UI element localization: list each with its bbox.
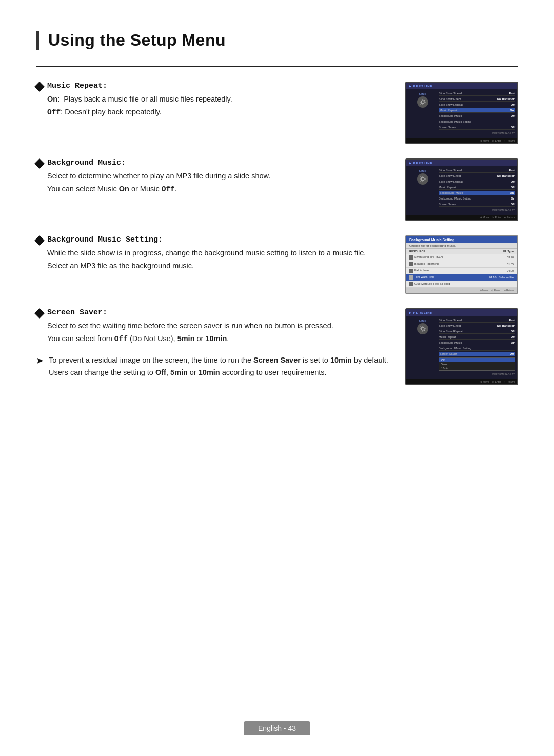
section-title-screen-saver: Screen Saver: — [47, 308, 107, 317]
arrow-icon: ➤ — [36, 355, 44, 366]
mock-row-1-1: Slide Show SpeedFast — [439, 91, 515, 96]
mock-row-3-5: Background MusicOn — [439, 341, 515, 345]
mock-logo-3: ▶ PERSLINK — [409, 311, 433, 314]
mock-left-3: Setup — [408, 318, 437, 377]
mock-left-2: Setup — [408, 168, 437, 213]
section-screen-saver: Screen Saver: Select to set the waiting … — [36, 308, 518, 385]
footer-return-2: ↩ Return — [504, 216, 515, 219]
section-title-bg-music: Background Music: — [47, 158, 126, 167]
gear-icon-3 — [419, 325, 426, 332]
screen-saver-line2: You can select from Off (Do Not Use), 5m… — [47, 333, 393, 345]
mock-row-3-6: Background Music Setting — [439, 346, 515, 351]
bg-file-row-2: Beatbox Patterning 01:35 — [406, 261, 517, 268]
mock-logo-2: ▶ PERSLINK — [409, 161, 433, 165]
section-music-repeat: Music Repeat: On: Plays back a music fil… — [36, 82, 518, 144]
section-text-music-repeat: Music Repeat: On: Plays back a music fil… — [36, 82, 393, 120]
bg-music-line1: Select to determine whether to play an M… — [47, 170, 393, 182]
bg-file-2: Beatbox Patterning — [409, 262, 439, 266]
mock-version-2: VERSION PAGE 15 — [439, 208, 515, 213]
footer-badge: English - 43 — [244, 721, 310, 735]
setup-screen-1: ▶ PERSLINK Setup — [405, 82, 518, 144]
section-bg-music-setting: Background Music Setting: While the slid… — [36, 235, 518, 294]
mock-setup-label-2: Setup — [419, 169, 426, 172]
footer-return-1: ↩ Return — [504, 139, 515, 142]
screen-mock-4: ▶ PERSLINK Setup — [405, 308, 518, 385]
saver-opt-10min: 10min — [439, 366, 515, 370]
bg-file-row-3: Fall in Love 04:00 — [406, 268, 517, 274]
bg-duration-4: 04:10 Selected file — [489, 276, 514, 279]
mock-header-2: ▶ PERSLINK — [406, 160, 517, 166]
mock-body-2: Setup Slide Show SpeedFast Slide Show Ef… — [406, 166, 517, 215]
mock-row-2-6: Background Music SettingOn — [439, 196, 515, 201]
bg-duration-1: 03:40 — [507, 256, 514, 259]
diamond-icon-4 — [34, 308, 45, 319]
off-music-code: Off — [162, 185, 175, 193]
bg-file-5: Glue Marquee-Feel So good — [409, 282, 450, 286]
section-heading-music-repeat: Music Repeat: — [36, 82, 393, 90]
mock-right-3: Slide Show SpeedFast Slide Show EffectNo… — [439, 318, 515, 377]
mock-row-3-2: Slide Show EffectNo Transition — [439, 324, 515, 328]
diamond-icon — [34, 82, 45, 92]
mock-row-2-3: Slide Show RepeatOff — [439, 180, 515, 184]
col-resource: RESOURCE — [409, 250, 425, 253]
mock-row-1-7: Screen SaverOff — [439, 125, 515, 130]
screen-mock-2: ▶ PERSLINK Setup — [405, 158, 518, 221]
mock-row-1-3: Slide Show RepeatOff — [439, 103, 515, 107]
section-body-screen-saver: Select to set the waiting time before th… — [47, 320, 393, 345]
bg-file-4: Tom Waits-Time — [409, 275, 434, 280]
off-code: Off — [47, 108, 61, 116]
off-saver-code: Off — [114, 335, 128, 343]
mock-version-1: VERSION PAGE 15 — [439, 131, 515, 136]
mock-row-1-6: Background Music Setting — [439, 120, 515, 124]
gear-icon-2 — [419, 175, 426, 183]
mock-row-2-1: Slide Show SpeedFast — [439, 168, 515, 173]
mock-row-3-4: Music RepeatOff — [439, 335, 515, 340]
section-text-bg-setting: Background Music Setting: While the slid… — [36, 235, 393, 273]
diamond-icon-2 — [34, 158, 45, 169]
svg-point-2 — [421, 327, 424, 330]
col-eltype: EL Type — [503, 250, 514, 253]
section-background-music: Background Music: Select to determine wh… — [36, 158, 518, 221]
bg-file-1: Swan Song bird TSEN — [409, 255, 443, 260]
screen-mock-3: Background Music Setting Choose file for… — [405, 235, 518, 294]
section-heading-bg-music: Background Music: — [36, 158, 393, 167]
mock-right-2: Slide Show SpeedFast Slide Show EffectNo… — [439, 168, 515, 213]
content-area: Music Repeat: On: Plays back a music fil… — [36, 82, 518, 400]
mock-left-1: Setup — [408, 91, 437, 136]
bg-file-3: Fall in Love — [409, 269, 429, 273]
section-text-bg-music: Background Music: Select to determine wh… — [36, 158, 393, 196]
page: Using the Setup Menu Music Repeat: On: P… — [0, 0, 554, 756]
on-music-label: On — [119, 185, 129, 193]
footer-enter-3: ⊙ Enter — [492, 380, 501, 383]
title-divider — [36, 66, 518, 67]
svg-point-1 — [421, 177, 424, 181]
section-title-music-repeat: Music Repeat: — [47, 82, 107, 90]
diamond-icon-3 — [34, 235, 45, 246]
bg-setting-header: Background Music Setting — [406, 236, 517, 243]
bg-footer-return: ↩ Return — [504, 289, 514, 292]
section-heading-screen-saver: Screen Saver: — [36, 308, 393, 317]
section-heading-bg-setting: Background Music Setting: — [36, 235, 393, 244]
footer-enter-1: ⊙ Enter — [492, 139, 501, 142]
gear-icon-1 — [419, 98, 426, 106]
section-body-bg-music: Select to determine whether to play an M… — [47, 170, 393, 195]
section-text-screen-saver: Screen Saver: Select to set the waiting … — [36, 308, 393, 379]
note-5min-bold: 5min — [170, 368, 188, 376]
setup-screen-2: ▶ PERSLINK Setup — [405, 158, 518, 221]
section-title-bg-setting: Background Music Setting: — [47, 235, 163, 244]
setup-screen-3: ▶ PERSLINK Setup — [405, 308, 518, 385]
footer-return-3: ↩ Return — [504, 380, 515, 383]
bg-setting-screen: Background Music Setting Choose file for… — [405, 235, 518, 294]
footer-move-2: ⊕ Move — [480, 216, 489, 219]
bg-footer-enter: ⊙ Enter — [491, 289, 500, 292]
mock-version-3: VERSION PAGE 15 — [439, 372, 515, 377]
note-screen-saver-bold: Screen Saver — [253, 356, 301, 364]
section-body-music-repeat: On: Plays back a music file or all music… — [47, 93, 393, 118]
mock-body-3: Setup Slide Show SpeedFast Slide Show Ef… — [406, 316, 517, 379]
mock-row-2-4: Music RepeatOff — [439, 185, 515, 190]
mock-body-1: Setup Slide Show SpeedFast Slide Show Ef… — [406, 89, 517, 138]
music-repeat-line2: Off: Doesn't play back repeatedly. — [47, 106, 393, 118]
mock-right-1: Slide Show SpeedFast Slide Show EffectNo… — [439, 91, 515, 136]
bg-file-row-5: Glue Marquee-Feel So good — [406, 281, 517, 288]
mock-footer-1: ⊕ Move ⊙ Enter ↩ Return — [406, 138, 517, 143]
